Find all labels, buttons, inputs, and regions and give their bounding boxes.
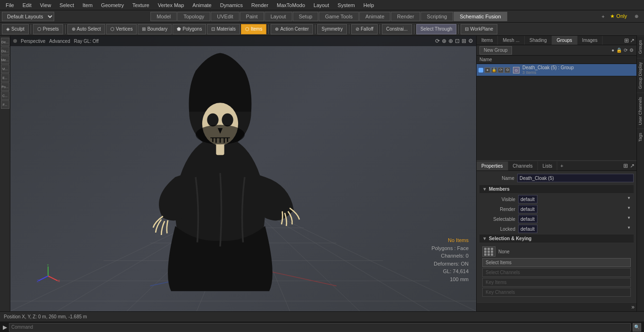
panel-tab-mesh[interactable]: Mesh ...: [498, 36, 525, 45]
menu-vertex-map[interactable]: Vertex Map: [154, 1, 188, 9]
sidebar-pol[interactable]: Po...: [1, 82, 9, 91]
sidebar-vie[interactable]: Vi...: [1, 65, 9, 73]
constraints-button[interactable]: Constrai...: [382, 24, 412, 34]
panel-tab-items[interactable]: Items: [477, 36, 498, 45]
tab-scripting[interactable]: Scripting: [421, 12, 453, 21]
fit-icon[interactable]: ⊡: [455, 38, 460, 44]
panel-expand-icon[interactable]: ↗: [630, 37, 635, 44]
settings-icon2[interactable]: ⚙: [629, 48, 634, 53]
menu-select[interactable]: Select: [56, 1, 78, 9]
name-input[interactable]: [517, 174, 634, 182]
sidebar-f[interactable]: F...: [1, 100, 9, 109]
viewport-dot[interactable]: [13, 39, 17, 43]
menu-geometry[interactable]: Geometry: [97, 1, 127, 9]
auto-select-button[interactable]: ⊕ Auto Select: [67, 24, 105, 34]
vtab-tags[interactable]: Tags: [637, 129, 644, 146]
refresh-sq-icon[interactable]: ⟳: [498, 67, 504, 73]
command-arrow[interactable]: ▶: [3, 324, 7, 331]
settings-sq-icon[interactable]: ⚙: [504, 67, 510, 73]
props-tab-lists[interactable]: Lists: [538, 162, 558, 170]
menu-texture[interactable]: Texture: [129, 1, 153, 9]
members-section[interactable]: ▼ Members: [479, 185, 634, 193]
group-list[interactable]: ● 🔒 ⟳ ⚙ G Death_Cloak (5) : Group 3 Item…: [477, 64, 636, 123]
tab-animate[interactable]: Animate: [359, 12, 390, 21]
pan-icon[interactable]: ⊕: [442, 38, 446, 44]
vtab-groups[interactable]: Groups: [637, 36, 644, 58]
menu-help[interactable]: Help: [360, 1, 378, 9]
props-tab-add[interactable]: +: [557, 161, 566, 170]
menu-layout[interactable]: Layout: [310, 1, 333, 9]
tab-setup[interactable]: Setup: [293, 12, 319, 21]
zoom-icon[interactable]: ⊕: [448, 38, 453, 44]
key-items-button[interactable]: Key Items: [482, 278, 631, 287]
locked-select[interactable]: default: [518, 225, 537, 233]
viewport[interactable]: Perspective Advanced Ray GL: Off ⟳ ⊕ ⊕ ⊡…: [10, 36, 476, 311]
eye-icon[interactable]: ●: [611, 48, 614, 53]
props-tab-channels[interactable]: Channels: [508, 162, 538, 170]
menu-animate[interactable]: Animate: [189, 1, 215, 9]
props-tab-properties[interactable]: Properties: [477, 162, 508, 170]
layout-star[interactable]: ★ Only: [606, 12, 631, 20]
materials-button[interactable]: ⊡ Materials: [207, 24, 240, 34]
menu-maxtomodo[interactable]: MaxToModo: [273, 1, 309, 9]
visible-select[interactable]: default: [518, 195, 537, 203]
selectable-select[interactable]: default: [518, 215, 537, 223]
items-button[interactable]: ⬡ Items: [241, 24, 266, 34]
select-channels-button[interactable]: Select Channels: [482, 268, 631, 277]
refresh-icon[interactable]: ⟳: [624, 48, 627, 53]
menu-system[interactable]: System: [334, 1, 359, 9]
sculpt-button[interactable]: ◈ Sculpt: [2, 24, 29, 34]
layout-add-tab[interactable]: +: [600, 13, 606, 20]
render-select[interactable]: default: [518, 205, 537, 213]
select-through-button[interactable]: Select Through: [416, 24, 457, 34]
props-expand-icon[interactable]: ↗: [630, 162, 635, 169]
menu-item[interactable]: Item: [79, 1, 96, 9]
panel-tab-groups[interactable]: Groups: [552, 36, 578, 45]
tab-topology[interactable]: Topology: [177, 12, 210, 21]
sel-keying-section[interactable]: ▼ Selection & Keying: [479, 235, 634, 243]
sidebar-dup[interactable]: Du...: [1, 47, 9, 55]
key-channels-button[interactable]: Key Channels: [482, 288, 631, 297]
new-group-button[interactable]: New Group: [479, 46, 512, 55]
sidebar-mes[interactable]: Me...: [1, 56, 9, 64]
tab-uvedit[interactable]: UVEdit: [211, 12, 239, 21]
tab-paint[interactable]: Paint: [240, 12, 264, 21]
command-search-button[interactable]: 🔍: [633, 323, 641, 332]
expand-right-icon[interactable]: »: [631, 304, 635, 310]
boundary-button[interactable]: ⊞ Boundary: [138, 24, 172, 34]
sidebar-de[interactable]: De...: [1, 38, 9, 46]
menu-render[interactable]: Render: [248, 1, 272, 9]
sidebar-c[interactable]: C...: [1, 91, 9, 100]
action-center-button[interactable]: ⊕ Action Center: [271, 24, 313, 34]
menu-edit[interactable]: Edit: [19, 1, 35, 9]
group-row[interactable]: ● 🔒 ⟳ ⚙ G Death_Cloak (5) : Group 3 Item…: [477, 64, 636, 76]
workplane-button[interactable]: ⊟ WorkPlane: [461, 24, 497, 34]
panel-tab-images[interactable]: Images: [578, 36, 603, 45]
vertices-button[interactable]: ⬡ Vertices: [106, 24, 137, 34]
presets-button[interactable]: ⬡ Presets: [33, 24, 63, 34]
layout-dropdown[interactable]: Default Layouts: [2, 12, 54, 21]
sidebar-em[interactable]: E...: [1, 73, 9, 82]
menu-file[interactable]: File: [2, 1, 18, 9]
select-items-button[interactable]: Select Items: [482, 258, 631, 267]
layout-pin[interactable]: ⊕: [631, 13, 642, 20]
rotate-icon[interactable]: ⟳: [435, 38, 440, 44]
command-input[interactable]: [9, 323, 631, 332]
menu-dynamics[interactable]: Dynamics: [216, 1, 247, 9]
polygons-button[interactable]: ⬟ Polygons: [173, 24, 206, 34]
symmetry-button[interactable]: Symmetry: [317, 24, 347, 34]
tab-layout[interactable]: Layout: [264, 12, 292, 21]
tab-schematic-fusion[interactable]: Schematic Fusion: [454, 12, 507, 21]
props-maximize-icon[interactable]: ⊞: [623, 162, 628, 169]
settings-icon[interactable]: ⚙: [468, 38, 473, 44]
vtab-user-channels[interactable]: User Channels: [637, 93, 644, 129]
menu-view[interactable]: View: [36, 1, 55, 9]
vtab-group-display[interactable]: Group Display: [637, 58, 644, 93]
tab-render[interactable]: Render: [391, 12, 420, 21]
panel-tab-shading[interactable]: Shading: [525, 36, 552, 45]
panel-maximize-icon[interactable]: ⊞: [624, 37, 629, 44]
lock-icon[interactable]: 🔒: [616, 48, 622, 53]
group-visibility-dot[interactable]: [479, 68, 483, 73]
lock-sq-icon[interactable]: 🔒: [491, 67, 497, 73]
eye-sq-icon[interactable]: ●: [485, 67, 490, 73]
